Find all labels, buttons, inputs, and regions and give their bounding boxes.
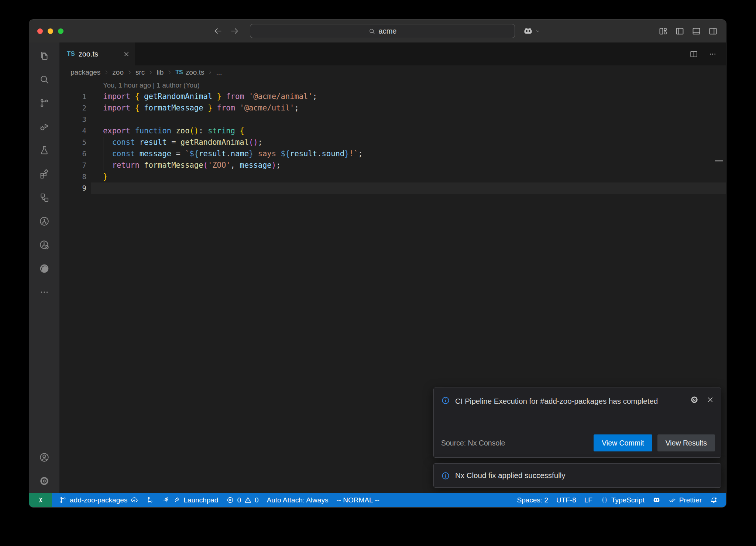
code-line[interactable]: 9: [59, 182, 726, 194]
close-tab-icon[interactable]: [123, 51, 130, 58]
vscode-window: acme TS zoo.ts packageszoosrclibTSzoo.ts…: [29, 19, 726, 508]
statusbar-formatter[interactable]: Prettier: [664, 493, 706, 507]
cloud-upload-icon: [130, 496, 138, 504]
notification-settings-gear-icon[interactable]: [690, 395, 699, 404]
code-line[interactable]: 6 const message = `${result.name} says $…: [59, 148, 726, 160]
statusbar-problems-label: 0: [255, 496, 259, 504]
line-number: 1: [59, 91, 86, 102]
back-icon[interactable]: [213, 26, 223, 36]
nx-cloud-icon: [39, 239, 50, 250]
statusbar-launchpad-label: Launchpad: [183, 496, 218, 504]
close-window-button[interactable]: [37, 28, 43, 34]
activity-bar: [29, 42, 59, 493]
copilot-menu[interactable]: [523, 20, 540, 42]
split-editor-icon[interactable]: [689, 50, 698, 59]
sidebar-item-testing[interactable]: [29, 139, 59, 162]
command-center-text: acme: [379, 27, 397, 35]
statusbar-encoding[interactable]: UTF-8: [552, 493, 580, 507]
statusbar-auto-attach[interactable]: Auto Attach: Always: [263, 493, 333, 507]
more-icon: [39, 287, 50, 298]
overview-ruler-cursor-marker: [715, 160, 723, 161]
code-line[interactable]: 3: [59, 114, 726, 125]
line-number: 2: [59, 102, 86, 114]
source-control-icon: [39, 98, 50, 109]
chevron-down-icon: [535, 28, 540, 34]
statusbar-language-mode[interactable]: {}TypeScript: [597, 493, 649, 507]
copilot-icon: [653, 496, 660, 504]
code-text: return formatMessage('ZOO', message);: [103, 160, 281, 171]
forward-icon[interactable]: [230, 26, 240, 36]
sidebar-item-extensions[interactable]: [29, 162, 59, 186]
notification-toast-nx-cloud: Nx Cloud fix applied successfully: [433, 463, 721, 488]
plug-icon: [173, 496, 181, 504]
layout-icon[interactable]: [658, 26, 668, 36]
statusbar-scm-graph[interactable]: [142, 493, 158, 507]
sidebar-item-search[interactable]: [29, 68, 59, 91]
statusbar-vim-mode[interactable]: -- NORMAL --: [332, 493, 383, 507]
typescript-file-icon: TS: [67, 50, 75, 58]
view-commit-button[interactable]: View Commit: [594, 434, 652, 451]
sidebar-item-nx-console[interactable]: [29, 209, 59, 233]
statusbar-problems[interactable]: 00: [222, 493, 262, 507]
sidebar-item-settings[interactable]: [29, 469, 59, 493]
code-line[interactable]: 2import { formatMessage } from '@acme/ut…: [59, 102, 726, 114]
code-text: }: [103, 171, 107, 182]
error-icon: [226, 496, 234, 504]
notification-source: Source: Nx Console: [441, 439, 505, 447]
braces-icon: {}: [601, 496, 608, 504]
sidebar-item-explorer[interactable]: [29, 44, 59, 68]
statusbar-notifications-bell[interactable]: [706, 493, 722, 507]
svg-text:{}: {}: [601, 497, 608, 503]
warning-icon: [244, 496, 252, 504]
minimize-window-button[interactable]: [48, 28, 53, 34]
code-line[interactable]: 7 return formatMessage('ZOO', message);: [59, 160, 726, 171]
code-line[interactable]: 4export function zoo(): string {: [59, 125, 726, 137]
breadcrumb-item-packages[interactable]: packages: [71, 68, 100, 76]
sidebar-item-run-and-debug[interactable]: [29, 115, 59, 139]
layout-sidebar-right-icon[interactable]: [708, 26, 718, 36]
bell-dot-icon: [710, 496, 718, 504]
breadcrumb: packageszoosrclibTSzoo.ts...: [59, 65, 726, 79]
tab-zoo-ts[interactable]: TS zoo.ts: [59, 42, 135, 65]
code-line[interactable]: 5 const result = getRandomAnimal();: [59, 137, 726, 148]
line-number: 4: [59, 125, 86, 137]
code-text: export function zoo(): string {: [103, 125, 244, 137]
sidebar-item-more-views[interactable]: [29, 280, 59, 304]
breadcrumb-item-zoo[interactable]: zoo: [112, 68, 124, 76]
zoom-window-button[interactable]: [58, 28, 63, 34]
sidebar-item-nx-cloud[interactable]: [29, 233, 59, 257]
breadcrumb-item-[interactable]: ...: [216, 68, 222, 76]
statusbar-eol[interactable]: LF: [580, 493, 597, 507]
line-number: 7: [59, 160, 86, 171]
breadcrumb-item-src[interactable]: src: [135, 68, 145, 76]
titlebar-layout-controls: [658, 20, 718, 42]
sidebar-item-accounts[interactable]: [29, 446, 59, 469]
layout-sidebar-left-icon[interactable]: [675, 26, 685, 36]
statusbar-indentation[interactable]: Spaces: 2: [513, 493, 552, 507]
breadcrumb-item-lib[interactable]: lib: [157, 68, 164, 76]
sidebar-item-source-control[interactable]: [29, 91, 59, 115]
git-branch-icon: [59, 496, 67, 504]
gear-icon: [39, 475, 50, 487]
chevron-right-icon: [207, 70, 213, 75]
code-line[interactable]: 8}: [59, 171, 726, 182]
code-text: import { formatMessage } from '@acme/uti…: [103, 102, 299, 114]
remote-icon: [37, 496, 45, 504]
rocket-icon: [162, 496, 170, 504]
breadcrumb-item-zoots[interactable]: TSzoo.ts: [175, 68, 204, 76]
view-results-button[interactable]: View Results: [657, 434, 715, 451]
remote-indicator[interactable]: [29, 493, 52, 507]
statusbar-branch-status[interactable]: add-zoo-packages: [55, 493, 142, 507]
statusbar-branch-status-label: add-zoo-packages: [70, 496, 127, 504]
sidebar-item-project-references[interactable]: [29, 186, 59, 209]
notification-close-icon[interactable]: [706, 396, 714, 404]
sidebar-item-edge-devtools[interactable]: [29, 257, 59, 280]
testing-icon: [39, 145, 50, 156]
command-center[interactable]: acme: [250, 24, 515, 38]
code-line[interactable]: 1import { getRandomAnimal } from '@acme/…: [59, 91, 726, 102]
statusbar-launchpad[interactable]: Launchpad: [158, 493, 222, 507]
layout-panel-icon[interactable]: [691, 26, 701, 36]
statusbar-copilot-status[interactable]: [649, 493, 664, 507]
editor-more-actions-icon[interactable]: [708, 50, 717, 59]
chevron-right-icon: [148, 70, 153, 75]
